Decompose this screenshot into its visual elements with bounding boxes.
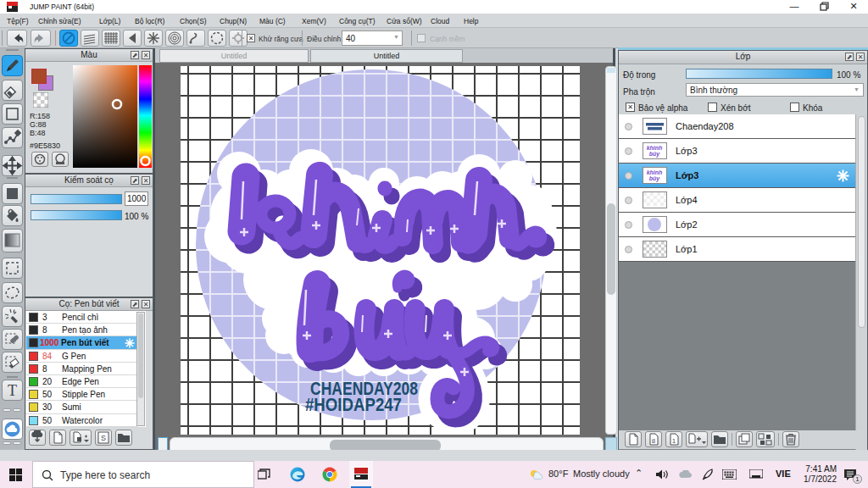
svg-text:khinh: khinh — [647, 169, 663, 175]
svg-text:#HOIDAP247: #HOIDAP247 — [305, 395, 402, 415]
svg-text:8: 8 — [652, 437, 656, 445]
svg-text:S: S — [101, 434, 106, 442]
svg-text:khinh: khinh — [647, 145, 663, 151]
svg-text:bủy: bủy — [649, 175, 661, 182]
svg-text:T: T — [8, 382, 17, 399]
svg-text:bủy: bủy — [649, 151, 661, 158]
svg-text:1: 1 — [672, 437, 676, 445]
